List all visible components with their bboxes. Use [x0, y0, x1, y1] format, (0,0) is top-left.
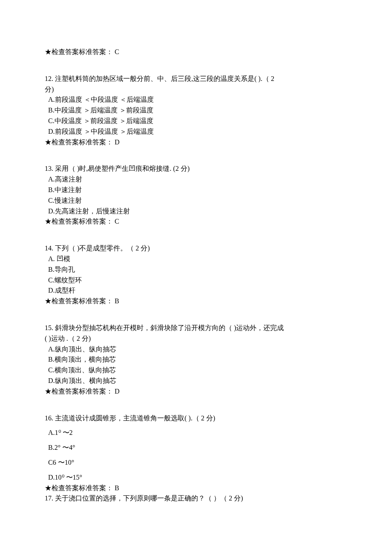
q12-stem-line2: 分): [45, 84, 352, 95]
q14-answer-line: ★检查答案标准答案： B: [45, 296, 352, 307]
q13-block: 13. 采用（ )时,易使塑件产生凹痕和熔接缝. (2 分) A.高速注射 B.…: [45, 164, 352, 227]
q11-answer-line: ★检查答案标准答案： C: [45, 47, 352, 58]
q13-stem: 13. 采用（ )时,易使塑件产生凹痕和熔接缝. (2 分): [45, 164, 352, 174]
q12-option-b: B.中段温度 ＞后端温度 ＞前段温度: [45, 105, 352, 116]
q16-stem: 16. 主流道设计成圆锥形，主流道锥角一般选取( ).（ 2 分): [45, 413, 352, 424]
q16-option-a: A.1⁰ 〜2: [45, 428, 352, 438]
q14-option-d: D.成型杆: [45, 285, 352, 296]
q14-option-c: C.螺纹型环: [45, 275, 352, 286]
q13-option-d: D.先高速注射，后慢速注射: [45, 206, 352, 217]
q12-option-d: D.前段温度 ＞中段温度 ＞后端温度: [45, 127, 352, 137]
q12-option-c: C.中段温度 ＞前段温度 ＞后端温度: [45, 116, 352, 127]
q15-block: 15. 斜滑块分型抽芯机构在开模时，斜滑块除了沿开模方向的（ )运动外，还完成 …: [45, 323, 352, 397]
q16-option-b: B.2° 〜4°: [45, 443, 352, 453]
q16-block: 16. 主流道设计成圆锥形，主流道锥角一般选取( ).（ 2 分) A.1⁰ 〜…: [45, 413, 352, 494]
q14-block: 14. 下列（ )不是成型零件。（ 2 分) A. 凹模 B.导向孔 C.螺纹型…: [45, 243, 352, 307]
q15-stem-line2: ( )运动 .（ 2 分): [45, 334, 352, 344]
q14-option-a: A. 凹模: [45, 254, 352, 265]
q15-option-a: A.纵向顶出、纵向抽芯: [45, 344, 352, 355]
q12-answer-line: ★检查答案标准答案： D: [45, 137, 352, 148]
q16-option-d: D.10⁰ 〜15°: [45, 472, 352, 483]
q14-stem: 14. 下列（ )不是成型零件。（ 2 分): [45, 243, 352, 254]
q16-option-c: C6 〜10°: [45, 457, 352, 468]
q13-option-a: A.高速注射: [45, 174, 352, 185]
document-page: ★检查答案标准答案： C 12. 注塑机料筒的加热区域一般分前、中、后三段,这三…: [0, 0, 392, 555]
q15-stem-line1: 15. 斜滑块分型抽芯机构在开模时，斜滑块除了沿开模方向的（ )运动外，还完成: [45, 323, 352, 334]
q13-option-b: B.中速注射: [45, 185, 352, 196]
q15-answer-line: ★检查答案标准答案： D: [45, 386, 352, 397]
q15-option-d: D.纵向顶出、横向抽芯: [45, 376, 352, 386]
q13-answer-line: ★检查答案标准答案： C: [45, 216, 352, 227]
q14-option-b: B.导向孔: [45, 265, 352, 275]
q17-stem: 17. 关于浇口位置的选择，下列原则哪一条是正确的？（ ）（ 2 分): [45, 493, 352, 504]
q12-option-a: A.前段温度 ＜中段温度 ＜后端温度: [45, 95, 352, 105]
q12-block: 12. 注塑机料筒的加热区域一般分前、中、后三段,这三段的温度关系是( ).（ …: [45, 74, 352, 148]
q15-option-c: C.横向顶出、纵向抽芯: [45, 365, 352, 376]
q12-stem-line1: 12. 注塑机料筒的加热区域一般分前、中、后三段,这三段的温度关系是( ).（ …: [45, 74, 352, 84]
q16-answer-line: ★检查答案标准答案： B: [45, 483, 352, 494]
q13-option-c: C.慢速注射: [45, 196, 352, 206]
q15-option-b: B.横向顶出，横向抽芯: [45, 354, 352, 365]
